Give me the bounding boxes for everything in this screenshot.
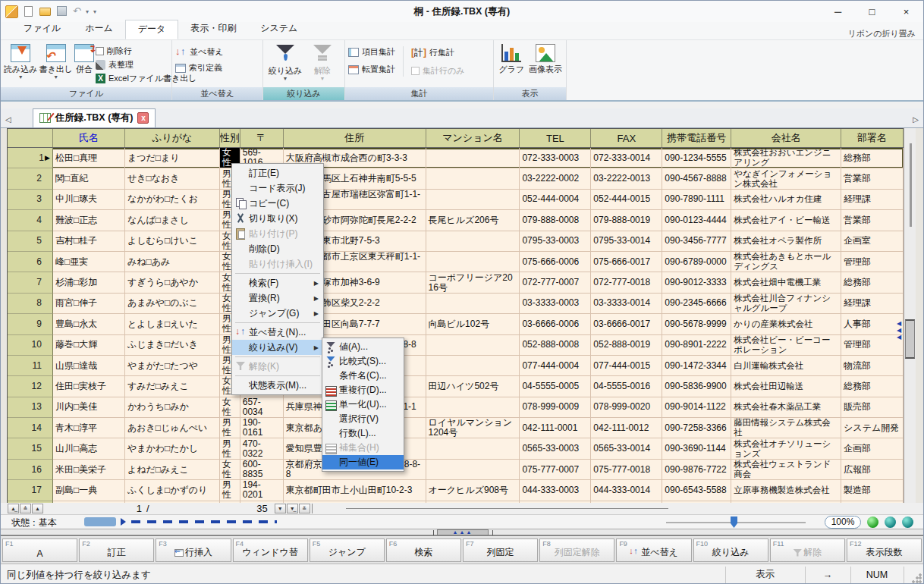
document-tab[interactable]: 住所録.TBX (専有) x [33,108,156,127]
context-menu-item-1[interactable]: コード表示(J) [232,181,323,196]
minimize-button[interactable]: ─ [821,1,855,22]
cell[interactable]: 078-999-0020 [591,397,662,418]
cell[interactable]: システム開発 [841,418,904,438]
ribbon-tab-1[interactable]: ホーム [73,20,125,39]
cell[interactable]: ロイヤルマンション1204号 [426,418,520,438]
cell[interactable]: 03-6666-0017 [591,314,662,334]
cell[interactable]: ふくしま□かずのり [125,480,220,501]
cell[interactable]: 075-666-0017 [591,252,662,272]
row-number[interactable]: 6 [8,252,53,272]
row-number[interactable]: 9 [8,314,53,334]
filter-submenu-item-5[interactable]: 選択行(V) [322,412,404,426]
vertical-scroll-thumb[interactable] [905,319,915,359]
cell[interactable]: 豊島□永太 [53,314,125,334]
cell[interactable]: 営業部 [841,168,904,189]
cell[interactable] [426,231,520,252]
cell[interactable]: 470-0322 [240,438,284,459]
context-menu-item-2[interactable]: コピー(C) [232,196,323,211]
cell[interactable]: 白川運輸株式会社 [731,356,841,376]
cell[interactable]: 山川□高志 [53,438,125,459]
resize-grip[interactable] [912,573,922,583]
cell[interactable]: 090-7890-1111 [662,190,731,210]
fkey-f11-button[interactable]: F11解除 [770,538,845,562]
cell[interactable]: 090-1234-5555 [662,148,731,168]
fkey-f6-button[interactable]: F6検索 [386,538,461,562]
cell[interactable]: 男性 [220,438,240,459]
cell[interactable]: 山県□達哉 [53,356,125,376]
cell[interactable]: 075-666-0006 [520,252,591,272]
cell[interactable]: 075-777-0007 [520,460,591,480]
close-button[interactable]: × [889,1,923,22]
cell[interactable]: 難波□正志 [53,210,125,231]
cell[interactable]: 0795-33-0003 [520,231,591,252]
cell[interactable]: せき□なおき [125,168,220,189]
cell[interactable]: 川内□美佳 [53,397,125,418]
cell[interactable]: 株式会社ウェストランド商会 [731,460,841,480]
context-menu-item-10[interactable]: 並べ替え(N)... [232,325,323,340]
cell[interactable] [426,168,520,189]
cell[interactable]: 090-0123-4444 [662,210,731,231]
fkey-f3-button[interactable]: F3行挿入 [156,538,231,562]
jump-top-button[interactable]: ▲̲ [8,504,19,513]
cell[interactable]: 田辺ハイツ502号 [426,376,520,397]
cell[interactable]: 090-6543-5588 [662,480,731,501]
cell[interactable]: 総務部 [841,272,904,293]
cell[interactable]: 経理課 [841,294,904,314]
row-number[interactable]: 13 [8,397,53,418]
ribbon-tab-4[interactable]: システム [248,20,310,39]
graph-button[interactable]: グラフ [497,42,526,75]
qat-customize-icon[interactable]: ▾ [93,8,96,15]
cell[interactable]: 072-777-0018 [591,272,662,293]
cell[interactable] [426,148,520,168]
cell[interactable]: すみだ□みえこ [125,376,220,397]
cell[interactable]: コーポフリージア2016号 [426,272,520,293]
row-number[interactable]: 14 [8,418,53,438]
cell[interactable]: 657-0034 [240,397,284,418]
cell[interactable]: 03-6666-0006 [520,314,591,334]
zoom-level[interactable]: 100% [825,516,861,529]
cell[interactable]: 090-9876-7722 [662,460,731,480]
cell[interactable]: 株式会社ハルオカ住建 [731,190,841,210]
cell[interactable]: 株式会社あきもとホールディングス [731,252,841,272]
filter-submenu-item-3[interactable]: 重複行(D)... [322,383,404,397]
cell[interactable]: 人事部 [841,314,904,334]
cell[interactable]: 090-7258-3366 [662,418,731,438]
context-menu-item-8[interactable]: 置換(R)▶ [232,290,323,306]
context-menu-item-11[interactable]: 絞り込み(V)▶ [232,340,323,355]
cell[interactable]: 中川□琢夫 [53,190,125,210]
context-menu-item-13[interactable]: 状態表示(M)... [232,378,323,393]
cell[interactable]: 090-5678-9999 [662,314,731,334]
cell[interactable]: 経理課 [841,190,904,210]
cell[interactable]: 雨宮□伸子 [53,294,125,314]
cell[interactable]: 株式会社アイ・ビー輸送 [731,210,841,231]
cell[interactable]: 090-4567-8888 [662,168,731,189]
horizontal-scrollbar[interactable]: ▲▲▲ [1,529,923,536]
fkey-f10-button[interactable]: F10絞り込み [693,538,768,562]
cell[interactable]: 090-3456-7777 [662,231,731,252]
cell[interactable]: 吉村□桂子 [53,231,125,252]
ribbon-collapse-button[interactable]: リボンの折り畳み [847,28,923,39]
cell[interactable]: 090-5836-9900 [662,376,731,397]
cell[interactable]: 072-333-0014 [591,148,662,168]
row-number[interactable]: 5 [8,231,53,252]
cell[interactable]: 052-444-0015 [591,190,662,210]
cell[interactable]: 株式会社ビー・ビーコーポレーション [731,335,841,356]
cell[interactable]: やなぎインフォメーション株式会社 [731,168,841,189]
cell[interactable]: あおき□じゅんぺい [125,418,220,438]
cell[interactable]: 03-3333-0003 [520,294,591,314]
fkey-f8-button[interactable]: F8列固定解除 [539,538,614,562]
cell[interactable]: 042-111-0001 [520,418,591,438]
column-header-10[interactable]: 会社名 [731,129,841,147]
cell[interactable]: 製造部 [841,480,904,501]
cell[interactable] [426,294,520,314]
cell[interactable]: 株式会社春木薬品工業 [731,397,841,418]
fkey-f4-button[interactable]: F4ウィンドウ替 [233,538,308,562]
cell[interactable]: 190-0161 [240,418,284,438]
row-number[interactable]: 16 [8,460,53,480]
cell[interactable]: 松田□真理 [53,148,125,168]
cell[interactable]: 078-999-0009 [520,397,591,418]
undo-dropdown-icon[interactable]: ▾ [86,8,89,15]
cell[interactable] [426,252,520,272]
context-menu-item-5[interactable]: 削除(D) [232,241,323,256]
ribbon-tab-3[interactable]: 表示・印刷 [178,20,248,39]
